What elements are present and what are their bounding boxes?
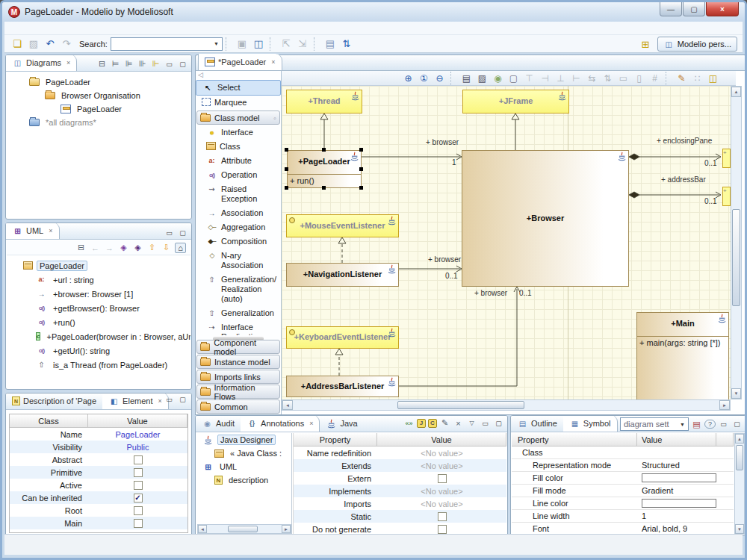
tree-item[interactable]: PageLoader xyxy=(7,258,190,273)
close-icon[interactable]: × xyxy=(271,58,275,66)
menu-item[interactable] xyxy=(63,28,73,29)
view-menu-icon[interactable]: ▽ xyxy=(466,420,477,426)
palette-item[interactable]: ⇝Raised Exception xyxy=(196,182,281,206)
table-row[interactable]: Name redefinition <No value> ✓ xyxy=(294,447,506,459)
selection-handle[interactable] xyxy=(285,148,288,152)
link-label[interactable]: 0..1 xyxy=(519,289,532,297)
selection-handle[interactable] xyxy=(359,148,363,152)
tree-layout3-icon[interactable]: ⊪ xyxy=(137,59,148,69)
panel-minimize-icon[interactable]: ▭ xyxy=(164,229,175,237)
uml-class-pageloader[interactable]: +PageLoader+ run() xyxy=(287,150,362,188)
uml-class-main[interactable]: +Main+ main(args: string [*]) xyxy=(636,312,729,399)
clipped-class-stub[interactable]: + xyxy=(722,187,731,206)
menu-item[interactable] xyxy=(21,28,31,29)
combo-arrow-icon[interactable]: ▼ xyxy=(211,38,222,50)
uml-class-thread[interactable]: +Thread xyxy=(286,90,362,113)
down-icon[interactable]: ⇩ xyxy=(161,243,172,252)
color-swatch[interactable] xyxy=(642,473,716,482)
align-right-icon[interactable]: ⊢ xyxy=(569,72,583,84)
uml-class-jframe[interactable]: +JFrame xyxy=(462,90,569,113)
selection-handle[interactable] xyxy=(359,167,363,171)
uml-class-mouseeventlistener[interactable]: +MouseEventListener xyxy=(286,214,399,237)
undo-icon[interactable]: ↶ xyxy=(43,37,58,51)
palette-item[interactable]: a:Attribute xyxy=(196,154,281,168)
tree-item[interactable]: ⊞UML xyxy=(196,460,291,473)
table-row[interactable]: Imports <No value> ✓ xyxy=(294,497,506,510)
print-icon[interactable]: ▤ xyxy=(459,72,474,84)
panel-minimize-icon[interactable]: ▭ xyxy=(164,396,175,403)
color-swatch[interactable] xyxy=(642,499,716,508)
table-row[interactable]: Line width 1 xyxy=(512,510,734,523)
collapse-all-icon[interactable]: ⊟ xyxy=(75,243,87,252)
checkbox[interactable]: ✓ xyxy=(134,494,143,503)
tree-item[interactable]: o()+getBrowser(): Browser xyxy=(7,301,190,315)
title-bar[interactable]: M PageLoader - Modelio by Modeliosoft xyxy=(2,2,745,22)
palette-group-class-model[interactable]: Class model ◦ xyxy=(196,111,280,125)
page-setup-icon[interactable]: ◫ xyxy=(706,72,720,84)
tree-layout1-icon[interactable]: ⊨ xyxy=(110,59,121,69)
tree-item[interactable]: *all diagrams* xyxy=(7,116,190,129)
checkbox[interactable]: ✓ xyxy=(134,481,143,490)
tab-uml[interactable]: ⊞ UML× xyxy=(6,223,60,239)
table-row[interactable]: Fill mode Gradient xyxy=(512,485,734,497)
tree-item[interactable]: o()+run() xyxy=(7,315,190,329)
tree-layout2-icon[interactable]: ⊫ xyxy=(123,59,134,69)
table-row[interactable]: Can be inherited ✓ xyxy=(10,491,187,504)
horizontal-scrollbar[interactable]: ◄ ► xyxy=(282,399,731,411)
table-row[interactable]: Implements <No value> ✓ xyxy=(294,485,506,497)
stereotype-icon[interactable]: «» xyxy=(403,420,415,427)
panel-tab[interactable]: N Description of 'Page xyxy=(6,393,102,409)
panel-tab[interactable]: Java xyxy=(320,415,363,432)
table-row[interactable]: Root ✓ xyxy=(10,504,187,517)
align-bottom-icon[interactable]: ⊥ xyxy=(554,72,568,84)
distribute-v-icon[interactable]: ⇅ xyxy=(601,72,615,84)
save-diagram-icon[interactable]: ▨ xyxy=(475,72,489,84)
add-tag-c-icon[interactable]: C xyxy=(428,419,437,428)
uml-class-navigationlistener[interactable]: +NavigationListener xyxy=(286,263,399,287)
tree-item[interactable]: a:+url : string xyxy=(7,273,190,287)
checkbox[interactable]: ✓ xyxy=(134,506,143,515)
back-icon[interactable]: ← xyxy=(90,243,101,252)
selection-handle[interactable] xyxy=(322,186,326,190)
link-label[interactable]: + enclosingPane xyxy=(657,137,712,145)
clipped-class-stub[interactable]: + xyxy=(722,149,731,168)
align-left-icon[interactable]: ⊣ xyxy=(538,72,552,84)
jump-in-icon[interactable]: ◈ xyxy=(118,243,129,252)
selection-handle[interactable] xyxy=(285,167,288,171)
search-input[interactable]: ▼ xyxy=(111,37,223,51)
panel-maximize-icon[interactable]: ▢ xyxy=(177,396,188,403)
new-icon[interactable]: ❏ xyxy=(10,37,25,51)
palette-group[interactable]: Imports links xyxy=(196,370,280,384)
tree-item[interactable]: PageLoader xyxy=(7,75,190,89)
panel-tab[interactable]: ◉ Audit xyxy=(196,415,241,432)
palette-item[interactable]: o()Operation xyxy=(196,168,281,182)
table-row[interactable]: Fill color xyxy=(512,472,734,485)
edit-icon[interactable]: ✎ xyxy=(439,418,450,428)
palette-item[interactable]: ◇–Aggregation xyxy=(196,220,281,234)
close-icon[interactable]: × xyxy=(49,227,52,234)
tree-item[interactable]: PageLoader xyxy=(7,102,190,116)
grid-icon[interactable]: ∷ xyxy=(690,72,704,84)
save-icon[interactable]: ▨ xyxy=(26,37,41,51)
match-width-icon[interactable]: ▭ xyxy=(616,72,630,84)
uml-class-addressbarlistener[interactable]: +AddressBarListener xyxy=(286,376,399,397)
palette-tool[interactable]: ↖Select xyxy=(196,80,281,96)
panel-tab[interactable]: ▦ Symbol xyxy=(563,415,618,432)
uml-class-keyboardeventlistener[interactable]: +KeyboardEventListener xyxy=(286,326,399,349)
table-row[interactable]: Representation mode Structured xyxy=(512,459,734,472)
sort-icon[interactable]: ⇅ xyxy=(339,37,354,51)
snap-grid-icon[interactable]: # xyxy=(648,72,662,84)
checkbox[interactable]: ✓ xyxy=(134,519,143,528)
forward-icon[interactable]: → xyxy=(104,243,115,252)
tab-editor-pageloader[interactable]: *PageLoader× xyxy=(198,54,282,70)
table-row[interactable]: Abstract ✓ xyxy=(10,453,187,466)
checkbox[interactable]: ✓ xyxy=(134,468,143,477)
tree-item[interactable]: o()+getUrl(): string xyxy=(7,343,190,358)
checkbox[interactable]: ✓ xyxy=(134,455,143,464)
table-row[interactable]: Name PageLoader ✓ xyxy=(10,428,187,441)
help-icon[interactable]: ? xyxy=(704,420,716,429)
tree-item[interactable]: Ndescription xyxy=(196,473,291,487)
panel-minimize-icon[interactable]: ▭ xyxy=(164,60,175,68)
menu-item[interactable] xyxy=(42,28,52,29)
jump-out-icon[interactable]: ◈ xyxy=(132,243,143,252)
